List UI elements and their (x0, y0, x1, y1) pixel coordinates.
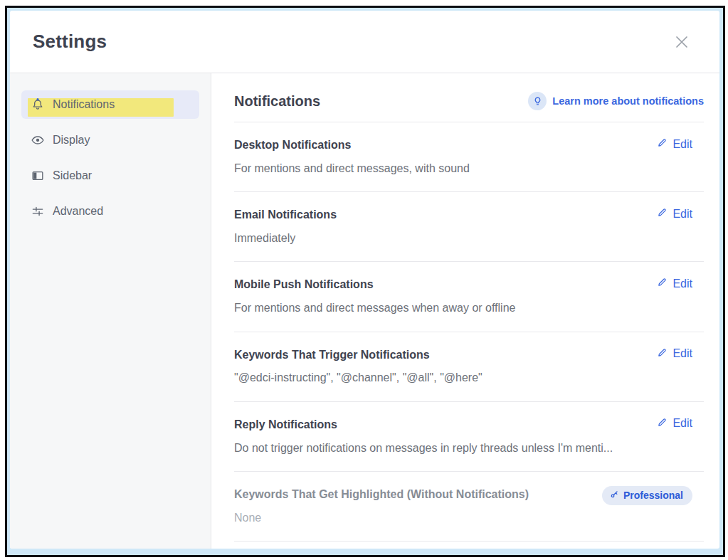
setting-title: Reply Notifications (234, 416, 613, 434)
edit-button[interactable]: Edit (657, 207, 692, 221)
edit-label: Edit (672, 208, 692, 221)
sidebar-item-sidebar[interactable]: Sidebar (21, 162, 199, 190)
edit-label: Edit (672, 347, 692, 360)
setting-description: For mentions and direct messages, with s… (234, 161, 470, 176)
edit-button[interactable]: Edit (657, 417, 692, 430)
learn-more-label: Learn more about notifications (552, 95, 704, 107)
setting-row-1: Desktop Notifications For mentions and d… (234, 122, 704, 192)
pencil-icon (657, 137, 668, 151)
setting-title: Keywords That Trigger Notifications (234, 347, 482, 364)
sidebar-item-notifications[interactable]: Notifications (21, 90, 199, 119)
modal-header: Settings (10, 11, 719, 73)
pencil-icon (657, 347, 668, 361)
setting-row-6: Keywords That Get Highlighted (Without N… (234, 472, 704, 541)
pencil-icon (657, 207, 668, 221)
lightbulb-icon (528, 92, 547, 110)
dock-left-icon (31, 169, 45, 183)
setting-row-5: Reply Notifications Do not trigger notif… (234, 402, 704, 472)
setting-title: Mobile Push Notifications (234, 276, 515, 294)
sidebar-item-display[interactable]: Display (21, 126, 199, 154)
sidebar-item-label: Display (53, 134, 90, 147)
setting-title: Keywords That Get Highlighted (Without N… (234, 486, 529, 504)
badge-label: Professional (623, 490, 683, 501)
close-button[interactable] (671, 31, 692, 53)
edit-button[interactable]: Edit (657, 277, 692, 290)
setting-row-3: Mobile Push Notifications For mentions a… (234, 262, 704, 332)
edit-label: Edit (672, 417, 692, 430)
setting-row-text: Keywords That Trigger Notifications "@ed… (234, 347, 482, 386)
edit-label: Edit (672, 278, 692, 290)
eye-icon (31, 133, 45, 147)
close-icon (674, 41, 690, 52)
learn-more-link[interactable]: Learn more about notifications (528, 92, 704, 110)
tune-icon (31, 204, 45, 218)
sidebar-item-label: Advanced (53, 205, 103, 218)
modal-body: Notifications Display Sidebar Advanced N… (10, 73, 719, 549)
page-background: Settings Notifications Display Sidebar A… (5, 6, 725, 557)
setting-row-text: Email Notifications Immediately (234, 206, 337, 246)
setting-row-text: Desktop Notifications For mentions and d… (234, 137, 470, 176)
setting-row-text: Reply Notifications Do not trigger notif… (234, 416, 613, 456)
section-title: Notifications (234, 93, 320, 110)
screenshot-stage: Settings Notifications Display Sidebar A… (0, 0, 728, 560)
sidebar-item-label: Sidebar (53, 169, 92, 182)
edit-label: Edit (672, 138, 692, 151)
key-icon (610, 490, 619, 501)
setting-description: "@edci-instructing", "@channel", "@all",… (234, 370, 482, 386)
setting-row-text: Keywords That Get Highlighted (Without N… (234, 486, 529, 526)
sidebar-item-advanced[interactable]: Advanced (21, 197, 199, 226)
setting-description: None (234, 510, 529, 526)
setting-description: For mentions and direct messages when aw… (234, 300, 515, 316)
pencil-icon (657, 417, 668, 430)
setting-title: Email Notifications (234, 206, 337, 224)
settings-sidebar: Notifications Display Sidebar Advanced (10, 73, 211, 549)
bell-icon (31, 97, 45, 112)
setting-row-text: Mobile Push Notifications For mentions a… (234, 276, 515, 316)
settings-modal: Settings Notifications Display Sidebar A… (10, 11, 719, 549)
edit-button[interactable]: Edit (657, 137, 692, 151)
setting-row-2: Email Notifications Immediately Edit (234, 192, 704, 262)
page-title: Settings (33, 31, 107, 53)
setting-title: Desktop Notifications (234, 137, 470, 154)
settings-content: Notifications Learn more about notificat… (211, 73, 719, 549)
setting-description: Immediately (234, 231, 337, 246)
settings-rows: Desktop Notifications For mentions and d… (234, 122, 704, 541)
pencil-icon (657, 277, 668, 290)
edit-button[interactable]: Edit (657, 347, 692, 361)
setting-row-4: Keywords That Trigger Notifications "@ed… (234, 332, 704, 402)
content-header: Notifications Learn more about notificat… (234, 92, 704, 122)
setting-description: Do not trigger notifications on messages… (234, 440, 613, 456)
professional-badge: Professional (602, 486, 692, 505)
sidebar-item-label: Notifications (53, 98, 115, 111)
